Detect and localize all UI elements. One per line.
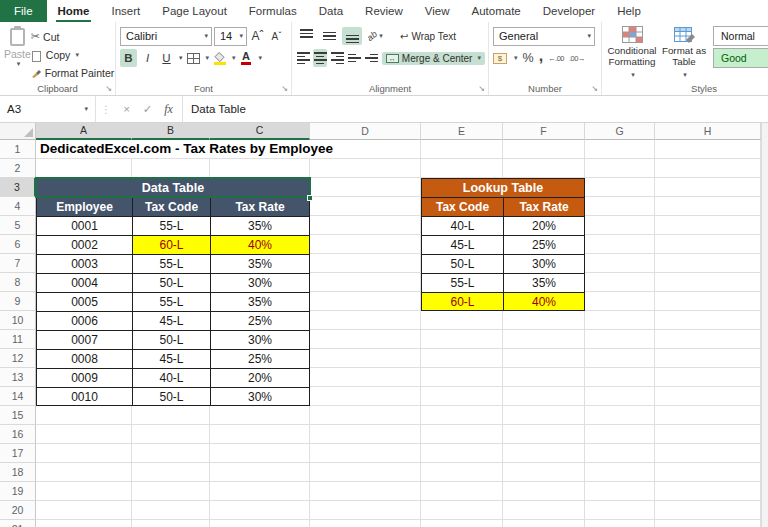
cell-H17[interactable]	[655, 444, 761, 463]
cell-E4[interactable]: Tax Code	[421, 197, 503, 216]
cell-A15[interactable]	[36, 406, 132, 425]
cell-B11[interactable]: 50-L	[132, 330, 210, 349]
cell-A3[interactable]: Data Table	[36, 178, 310, 197]
cell-H4[interactable]	[655, 197, 761, 216]
cell-E9[interactable]: 60-L	[421, 292, 503, 311]
cell-G12[interactable]	[585, 349, 655, 368]
cell-E15[interactable]	[421, 406, 503, 425]
cell-E20[interactable]	[421, 501, 503, 520]
cell-D3[interactable]	[310, 178, 421, 197]
cell-E11[interactable]	[421, 330, 503, 349]
cell-B8[interactable]: 50-L	[132, 273, 210, 292]
cell-E21[interactable]	[421, 520, 503, 527]
cell-F4[interactable]: Tax Rate	[503, 197, 585, 216]
cell-D17[interactable]	[310, 444, 421, 463]
align-middle-button[interactable]	[319, 27, 339, 45]
number-dialog-launcher[interactable]: ↘	[589, 83, 600, 94]
row-header-19[interactable]: 19	[0, 482, 36, 501]
cell-D18[interactable]	[310, 463, 421, 482]
cell-C2[interactable]	[210, 159, 310, 178]
cell-G7[interactable]	[585, 254, 655, 273]
vertical-scrollbar[interactable]	[761, 123, 768, 527]
cell-A6[interactable]: 0002	[36, 235, 132, 254]
cell-D11[interactable]	[310, 330, 421, 349]
cell-F12[interactable]	[503, 349, 585, 368]
cell-B14[interactable]: 50-L	[132, 387, 210, 406]
cell-A4[interactable]: Employee	[36, 197, 132, 216]
cell-A21[interactable]	[36, 520, 132, 527]
cell-F13[interactable]	[503, 368, 585, 387]
cell-A8[interactable]: 0004	[36, 273, 132, 292]
decrease-indent-button[interactable]	[348, 49, 362, 67]
column-header-B[interactable]: B	[132, 123, 210, 140]
column-header-G[interactable]: G	[585, 123, 655, 140]
cell-G11[interactable]	[585, 330, 655, 349]
underline-button[interactable]: U	[158, 49, 175, 67]
cell-F2[interactable]	[503, 159, 585, 178]
paste-button[interactable]: Paste ▾	[4, 25, 31, 82]
cell-D10[interactable]	[310, 311, 421, 330]
cell-A7[interactable]: 0003	[36, 254, 132, 273]
cell-E19[interactable]	[421, 482, 503, 501]
cell-B16[interactable]	[132, 425, 210, 444]
cell-A12[interactable]: 0008	[36, 349, 132, 368]
tab-insert[interactable]: Insert	[100, 0, 151, 22]
row-header-11[interactable]: 11	[0, 330, 36, 349]
cell-B6[interactable]: 60-L	[132, 235, 210, 254]
cell-A11[interactable]: 0007	[36, 330, 132, 349]
cell-G3[interactable]	[585, 178, 655, 197]
cell-H11[interactable]	[655, 330, 761, 349]
cell-G15[interactable]	[585, 406, 655, 425]
cell-C7[interactable]: 35%	[210, 254, 310, 273]
align-left-button[interactable]	[296, 49, 310, 67]
cell-D20[interactable]	[310, 501, 421, 520]
merge-center-button[interactable]: ↔ Merge & Center ▾	[382, 52, 485, 65]
cell-G1[interactable]	[585, 140, 655, 159]
row-header-7[interactable]: 7	[0, 254, 36, 273]
cell-H21[interactable]	[655, 520, 761, 527]
cell-E14[interactable]	[421, 387, 503, 406]
cell-D2[interactable]	[310, 159, 421, 178]
cell-C5[interactable]: 35%	[210, 216, 310, 235]
cell-E5[interactable]: 40-L	[421, 216, 503, 235]
conditional-formatting-button[interactable]: Conditional Formatting ▾	[606, 26, 658, 82]
number-format-select[interactable]: General ▾	[493, 27, 595, 46]
cell-B9[interactable]: 55-L	[132, 292, 210, 311]
cell-B19[interactable]	[132, 482, 210, 501]
cell-E8[interactable]: 55-L	[421, 273, 503, 292]
formula-input[interactable]: Data Table	[186, 103, 246, 115]
cancel-button[interactable]: ×	[116, 103, 137, 115]
cell-F14[interactable]	[503, 387, 585, 406]
cell-D14[interactable]	[310, 387, 421, 406]
cell-B20[interactable]	[132, 501, 210, 520]
tab-home[interactable]: Home	[47, 0, 101, 22]
column-header-D[interactable]: D	[310, 123, 421, 140]
decrease-font-button[interactable]: Aˇ	[268, 27, 285, 45]
cell-D5[interactable]	[310, 216, 421, 235]
cell-D9[interactable]	[310, 292, 421, 311]
cell-A10[interactable]: 0006	[36, 311, 132, 330]
cell-F15[interactable]	[503, 406, 585, 425]
row-header-15[interactable]: 15	[0, 406, 36, 425]
cell-E18[interactable]	[421, 463, 503, 482]
cell-H10[interactable]	[655, 311, 761, 330]
row-header-6[interactable]: 6	[0, 235, 36, 254]
italic-button[interactable]: I	[139, 49, 156, 67]
cell-E12[interactable]	[421, 349, 503, 368]
cell-H15[interactable]	[655, 406, 761, 425]
column-header-F[interactable]: F	[503, 123, 585, 140]
align-right-button[interactable]	[330, 49, 344, 67]
cell-A13[interactable]: 0009	[36, 368, 132, 387]
cell-D13[interactable]	[310, 368, 421, 387]
cell-C6[interactable]: 40%	[210, 235, 310, 254]
row-header-16[interactable]: 16	[0, 425, 36, 444]
style-normal[interactable]: Normal	[713, 26, 768, 46]
row-header-18[interactable]: 18	[0, 463, 36, 482]
row-header-14[interactable]: 14	[0, 387, 36, 406]
cell-G16[interactable]	[585, 425, 655, 444]
cell-H8[interactable]	[655, 273, 761, 292]
format-painter-button[interactable]: Format Painter	[31, 64, 114, 81]
cell-F7[interactable]: 30%	[503, 254, 585, 273]
cell-A5[interactable]: 0001	[36, 216, 132, 235]
cell-F10[interactable]	[503, 311, 585, 330]
